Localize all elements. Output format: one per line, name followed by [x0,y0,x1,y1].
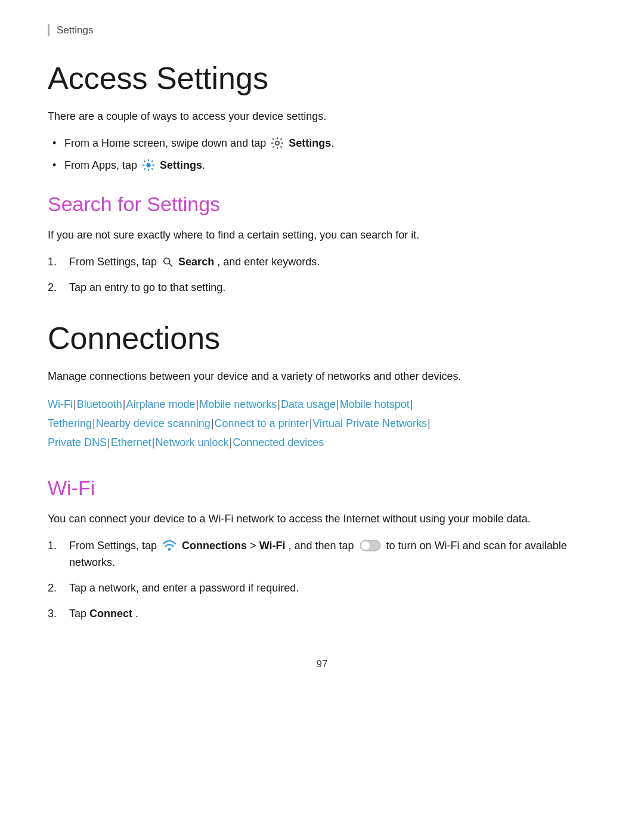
breadcrumb: Settings [48,24,596,36]
wifi-step-3: Tap Connect . [48,605,596,623]
toggle-icon [360,540,381,552]
wifi-step-1: From Settings, tap Connections > Wi-Fi ,… [48,537,596,572]
bullet-item-1: From a Home screen, swipe down and tap S… [48,135,596,152]
link-private-dns[interactable]: Private DNS [48,436,107,448]
wifi-step-3-suffix: . [135,608,138,620]
link-vpn[interactable]: Virtual Private Networks [312,417,427,429]
search-step-2: Tap an entry to go to that setting. [48,279,596,296]
page-number: 97 [48,658,596,670]
search-icon [162,256,174,268]
bullet-item-2: From Apps, tap Settings. [48,157,596,174]
search-step-1-suffix: , and enter keywords. [217,256,320,268]
wifi-step-1-wifi: Wi-Fi [259,540,286,552]
breadcrumb-text: Settings [57,24,93,36]
svg-line-3 [169,264,172,267]
access-settings-bullets: From a Home screen, swipe down and tap S… [48,135,596,174]
link-network-unlock[interactable]: Network unlock [155,436,228,448]
wifi-step-3-prefix: Tap [69,608,89,620]
gear-blue-icon [142,159,155,172]
wifi-step-2-text: Tap a network, and enter a password if r… [69,582,299,594]
link-airplane-mode[interactable]: Airplane mode [126,398,195,410]
search-for-settings-intro: If you are not sure exactly where to fin… [48,227,596,244]
link-connect-printer[interactable]: Connect to a printer [215,417,309,429]
wifi-steps-list: From Settings, tap Connections > Wi-Fi ,… [48,537,596,623]
wifi-icon [162,537,177,553]
wifi-section: Wi-Fi You can connect your device to a W… [48,476,596,623]
link-nearby-scanning[interactable]: Nearby device scanning [96,417,210,429]
svg-point-4 [168,548,171,551]
wifi-step-3-bold: Connect [89,608,132,620]
link-wifi[interactable]: Wi-Fi [48,398,73,410]
access-settings-title: Access Settings [48,60,596,96]
link-connected-devices[interactable]: Connected devices [233,436,324,448]
wifi-step-2: Tap a network, and enter a password if r… [48,580,596,597]
bullet-1-prefix: From a Home screen, swipe down and tap [64,137,269,149]
wifi-step-1-mid: , and then tap [288,540,357,552]
search-steps-list: From Settings, tap Search , and enter ke… [48,253,596,296]
search-for-settings-section: Search for Settings If you are not sure … [48,193,596,296]
svg-point-0 [275,141,279,145]
search-step-1-prefix: From Settings, tap [69,256,157,268]
search-for-settings-title: Search for Settings [48,193,596,216]
link-mobile-hotspot[interactable]: Mobile hotspot [340,398,410,410]
link-data-usage[interactable]: Data usage [281,398,336,410]
wifi-intro: You can connect your device to a Wi-Fi n… [48,510,596,528]
search-step-1: From Settings, tap Search , and enter ke… [48,253,596,271]
wifi-step-1-arrow: > [250,540,259,552]
connections-section: Connections Manage connections between y… [48,320,596,453]
access-settings-intro: There are a couple of ways to access you… [48,108,596,125]
link-bluetooth[interactable]: Bluetooth [77,398,122,410]
wifi-step-1-prefix: From Settings, tap [69,540,160,552]
svg-point-6 [361,541,369,550]
svg-point-2 [164,258,170,264]
svg-point-1 [147,163,150,167]
connections-intro: Manage connections between your device a… [48,368,596,385]
wifi-title: Wi-Fi [48,476,596,500]
gear-icon [271,137,284,150]
connections-title: Connections [48,320,596,356]
search-step-1-bold: Search [178,256,214,268]
search-step-2-text: Tap an entry to go to that setting. [69,281,225,293]
link-mobile-networks[interactable]: Mobile networks [199,398,277,410]
link-tethering[interactable]: Tethering [48,417,92,429]
bullet-1-bold: Settings [289,137,331,149]
access-settings-section: Access Settings There are a couple of wa… [48,60,596,174]
bullet-2-prefix: From Apps, tap [64,159,140,171]
wifi-step-1-connections: Connections [182,540,247,552]
link-ethernet[interactable]: Ethernet [111,436,151,448]
connections-links: Wi-Fi|Bluetooth|Airplane mode|Mobile net… [48,395,596,453]
bullet-2-bold: Settings [160,159,202,171]
